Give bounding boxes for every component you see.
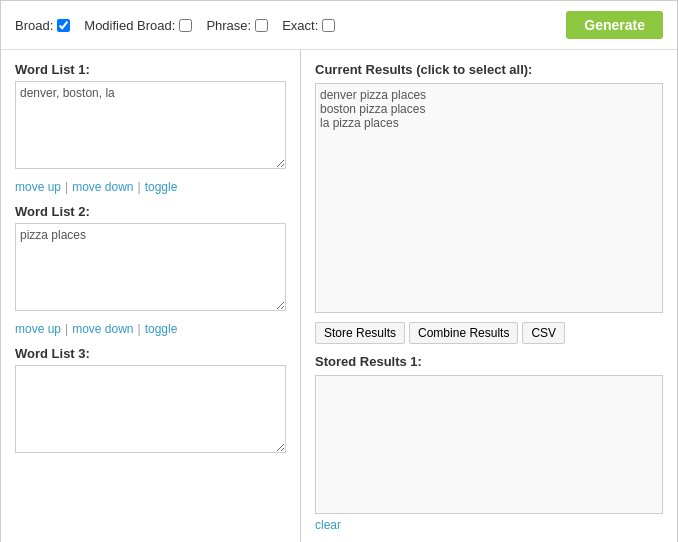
stored-results-textarea[interactable] <box>315 375 663 514</box>
broad-label[interactable]: Broad: <box>15 18 70 33</box>
current-results-label: Current Results (click to select all): <box>315 62 663 77</box>
phrase-label[interactable]: Phrase: <box>206 18 268 33</box>
phrase-checkbox[interactable] <box>255 19 268 32</box>
generate-button[interactable]: Generate <box>566 11 663 39</box>
results-buttons: Store Results Combine Results CSV <box>315 322 663 344</box>
left-panel: Word List 1: denver, boston, la move up … <box>1 50 301 542</box>
wordlist2-toggle[interactable]: toggle <box>145 322 178 336</box>
csv-button[interactable]: CSV <box>522 322 565 344</box>
wordlist2-sep1: | <box>65 322 68 336</box>
wordlist1-toggle[interactable]: toggle <box>145 180 178 194</box>
exact-checkbox[interactable] <box>322 19 335 32</box>
wordlist1-actions: move up | move down | toggle <box>15 180 286 194</box>
wordlist2-actions: move up | move down | toggle <box>15 322 286 336</box>
wordlist1-textarea[interactable]: denver, boston, la <box>15 81 286 169</box>
combine-results-button[interactable]: Combine Results <box>409 322 518 344</box>
wordlist3-label: Word List 3: <box>15 346 286 361</box>
right-panel: Current Results (click to select all): d… <box>301 50 677 542</box>
top-bar: Broad: Modified Broad: Phrase: Exact: Ge… <box>1 1 677 50</box>
wordlist1-move-down[interactable]: move down <box>72 180 133 194</box>
current-results-area: denver pizza places boston pizza places … <box>315 83 663 316</box>
wordlist2-sep2: | <box>138 322 141 336</box>
modified-broad-checkbox[interactable] <box>179 19 192 32</box>
broad-checkbox[interactable] <box>57 19 70 32</box>
current-results-textarea[interactable]: denver pizza places boston pizza places … <box>315 83 663 313</box>
main-content: Word List 1: denver, boston, la move up … <box>1 50 677 542</box>
wordlist2-move-up[interactable]: move up <box>15 322 61 336</box>
wordlist1-section: Word List 1: denver, boston, la <box>15 62 286 172</box>
wordlist1-sep1: | <box>65 180 68 194</box>
wordlist1-label: Word List 1: <box>15 62 286 77</box>
app-container: Broad: Modified Broad: Phrase: Exact: Ge… <box>0 0 678 542</box>
broad-text: Broad: <box>15 18 53 33</box>
wordlist2-label: Word List 2: <box>15 204 286 219</box>
wordlist3-section: Word List 3: <box>15 346 286 456</box>
modified-broad-text: Modified Broad: <box>84 18 175 33</box>
wordlist1-sep2: | <box>138 180 141 194</box>
wordlist2-section: Word List 2: pizza places <box>15 204 286 314</box>
wordlist2-textarea[interactable]: pizza places <box>15 223 286 311</box>
stored-results-label: Stored Results 1: <box>315 354 663 369</box>
wordlist2-move-down[interactable]: move down <box>72 322 133 336</box>
wordlist3-textarea[interactable] <box>15 365 286 453</box>
store-results-button[interactable]: Store Results <box>315 322 405 344</box>
modified-broad-label[interactable]: Modified Broad: <box>84 18 192 33</box>
phrase-text: Phrase: <box>206 18 251 33</box>
exact-text: Exact: <box>282 18 318 33</box>
exact-label[interactable]: Exact: <box>282 18 335 33</box>
clear-link[interactable]: clear <box>315 518 663 532</box>
wordlist1-move-up[interactable]: move up <box>15 180 61 194</box>
